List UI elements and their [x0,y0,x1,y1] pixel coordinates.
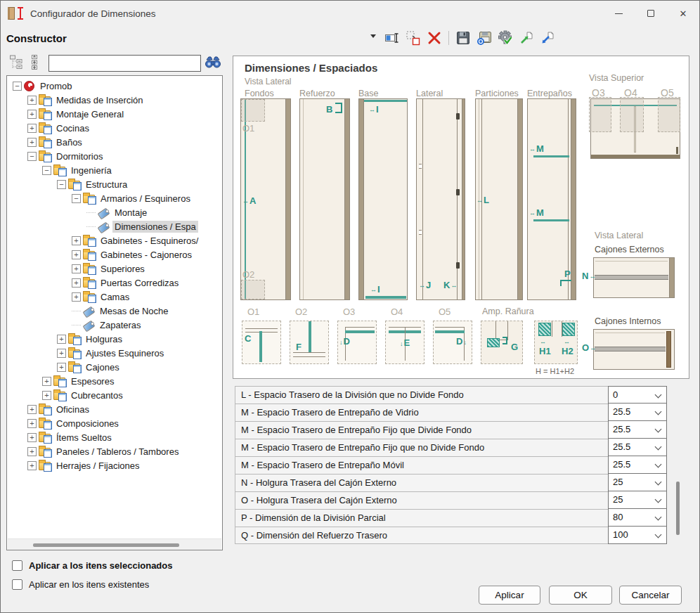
tree-item[interactable]: −Promob [7,79,222,93]
tree-item[interactable]: Montaje [7,205,222,219]
collapse-node-icon[interactable]: − [72,194,81,203]
chevron-down-icon[interactable] [655,408,662,415]
param-value-dropdown[interactable]: 100 [608,526,667,544]
chevron-down-icon[interactable] [655,514,662,521]
tree-item[interactable]: Zapateras [7,318,222,332]
expand-node-icon[interactable]: + [27,124,37,133]
tree-item-label[interactable]: Mesas de Noche [98,305,171,317]
tree-item[interactable]: +Holguras [7,332,222,346]
tree-item[interactable]: +Gabinetes - Esquineros/ [7,233,222,247]
chevron-down-icon[interactable] [655,479,662,486]
close-button[interactable]: ✕ [667,1,699,26]
expand-node-icon[interactable]: + [27,110,37,119]
tree-item-label[interactable]: Holguras [84,333,124,345]
expand-node-icon[interactable]: + [57,335,66,344]
tree-item[interactable]: −Armarios / Esquineros [7,191,222,205]
category-tree[interactable]: −Promob+Medidas de Inserción+Montaje Gen… [6,75,223,550]
tree-item[interactable]: +Medidas de Inserción [7,93,222,107]
expand-node-icon[interactable]: + [72,264,81,273]
expand-node-icon[interactable]: + [72,278,81,288]
tree-item-label[interactable]: Herrajes / Fijaciones [54,460,142,472]
table-vertical-scrollbar[interactable] [676,482,680,535]
tree-item[interactable]: +Herrajes / Fijaciones [7,458,222,472]
tree-item[interactable]: +Cajones [7,360,222,374]
save-image-icon[interactable] [476,30,493,46]
tree-item-label[interactable]: Armarios / Esquineros [98,193,193,205]
search-input[interactable] [48,55,201,72]
chevron-down-icon[interactable] [370,34,376,38]
profile-combobox[interactable]: Constructor [6,29,380,47]
expand-all-icon[interactable] [29,54,46,71]
tree-item-label[interactable]: Gabinetes - Esquineros/ [98,235,200,247]
tree-item[interactable]: −Dormitorios [7,149,222,163]
param-value-dropdown[interactable]: 0 [608,386,667,404]
tree-item-label[interactable]: Oficinas [54,404,91,415]
maximize-button[interactable] [635,1,667,26]
save-icon[interactable] [455,30,472,46]
tree-item-label[interactable]: Dormitorios [54,150,105,162]
tree-item[interactable]: +Ajustes Esquineros [7,346,222,360]
export-icon[interactable] [518,30,535,46]
tree-item-label[interactable]: Cubrecantos [69,389,125,401]
tree-item-label[interactable]: Baños [54,136,84,148]
tree-item-label[interactable]: Dimensiones / Espa [112,221,198,233]
tree-item[interactable]: +Composiciones [7,416,222,430]
param-value-dropdown[interactable]: 80 [608,508,667,527]
tree-item[interactable]: +Cocinas [7,121,222,135]
param-value-dropdown[interactable]: 25.5 [608,420,667,439]
collapse-node-icon[interactable]: − [27,152,37,161]
tree-item-label[interactable]: Puertas Corredizas [98,277,181,289]
param-value-dropdown[interactable]: 25.5 [608,456,667,474]
tree-item[interactable]: +Superiores [7,262,222,276]
tree-item[interactable]: −Ingeniería [7,163,222,177]
tree-item-label[interactable]: Superiores [98,263,147,275]
tree-item-label[interactable]: Montaje [112,207,149,219]
tree-item-label[interactable]: Ajustes Esquineros [84,347,166,359]
chevron-down-icon[interactable] [655,461,662,468]
param-value-dropdown[interactable]: 25 [608,473,667,491]
expand-node-icon[interactable]: + [27,461,37,470]
param-value-dropdown[interactable]: 25.5 [608,438,667,456]
tree-item[interactable]: +Oficinas [7,402,222,416]
minimize-button[interactable] [602,1,635,26]
tree-item-label[interactable]: Medidas de Inserción [54,94,145,106]
chevron-down-icon[interactable] [655,392,662,399]
tree-horizontal-scrollbar[interactable] [8,538,221,550]
apply-existing-checkbox[interactable] [12,579,22,590]
tree-item-label[interactable]: Promob [38,80,74,92]
tree-item-label[interactable]: Ingeniería [69,164,114,176]
tree-item[interactable]: +Puertas Corredizas [7,276,222,290]
search-binoculars-icon[interactable] [204,54,222,71]
tree-item-label[interactable]: Estructura [84,179,129,191]
param-value-dropdown[interactable]: 25.5 [608,403,667,421]
apply-settings-icon[interactable] [497,30,514,46]
tree-item-label[interactable]: Zapateras [98,319,143,331]
tree-item[interactable]: +Paneles / Tableros / Tambores [7,444,222,458]
tree-item-label[interactable]: Composiciones [54,418,121,430]
param-value-dropdown[interactable]: 25 [608,491,667,509]
tree-item-label[interactable]: Cocinas [54,122,91,134]
tree-item[interactable]: +Camas [7,290,222,304]
expand-node-icon[interactable]: + [27,138,37,147]
tree-item[interactable]: +Gabinetes - Cajoneros [7,247,222,262]
expand-node-icon[interactable]: + [27,447,37,456]
expand-node-icon[interactable]: + [27,433,37,442]
chevron-down-icon[interactable] [655,531,662,538]
tree-item-label[interactable]: Paneles / Tableros / Tambores [54,446,181,458]
expand-node-icon[interactable]: + [42,391,51,400]
expand-node-icon[interactable]: + [57,349,66,358]
expand-node-icon[interactable]: + [27,419,37,428]
tree-item[interactable]: Dimensiones / Espa [7,219,222,233]
tree-item[interactable]: +Cubrecantos [7,388,222,402]
apply-button[interactable]: Aplicar [479,586,540,605]
expand-node-icon[interactable]: + [42,377,51,386]
expand-node-icon[interactable]: + [27,405,37,414]
ok-button[interactable]: OK [549,586,612,605]
tree-item[interactable]: +Espesores [7,374,222,388]
import-icon[interactable] [539,30,556,46]
rename-icon[interactable] [384,30,401,46]
tree-item-label[interactable]: Espesores [69,375,116,387]
tree-item-label[interactable]: Camas [98,291,131,303]
expand-node-icon[interactable]: + [72,236,81,245]
tree-item[interactable]: Mesas de Noche [7,304,222,318]
